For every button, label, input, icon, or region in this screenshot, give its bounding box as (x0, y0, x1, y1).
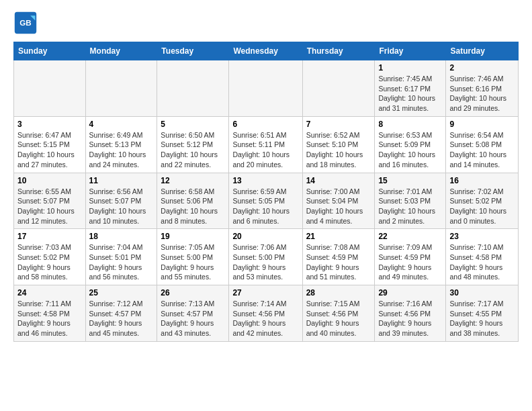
calendar-cell (302, 60, 375, 117)
calendar-cell: 5Sunrise: 6:50 AM Sunset: 5:12 PM Daylig… (157, 116, 229, 173)
weekday-header: Friday (375, 42, 446, 60)
day-number: 21 (306, 232, 371, 241)
day-number: 9 (449, 120, 515, 129)
weekday-header: Thursday (302, 42, 375, 60)
day-info: Sunrise: 7:02 AM Sunset: 5:02 PM Dayligh… (449, 187, 515, 226)
calendar-cell: 16Sunrise: 7:02 AM Sunset: 5:02 PM Dayli… (446, 173, 519, 229)
calendar-cell: 14Sunrise: 7:00 AM Sunset: 5:04 PM Dayli… (302, 173, 375, 229)
day-number: 25 (89, 288, 154, 298)
day-number: 30 (449, 288, 515, 298)
calendar-table: SundayMondayTuesdayWednesdayThursdayFrid… (13, 42, 519, 342)
day-info: Sunrise: 6:51 AM Sunset: 5:11 PM Dayligh… (232, 130, 298, 170)
calendar-cell: 21Sunrise: 7:08 AM Sunset: 4:59 PM Dayli… (302, 229, 375, 285)
calendar-cell: 19Sunrise: 7:05 AM Sunset: 5:00 PM Dayli… (157, 229, 229, 285)
calendar-cell: 10Sunrise: 6:55 AM Sunset: 5:07 PM Dayli… (14, 173, 86, 229)
calendar-header-row: SundayMondayTuesdayWednesdayThursdayFrid… (14, 42, 519, 60)
day-info: Sunrise: 7:10 AM Sunset: 4:58 PM Dayligh… (449, 242, 515, 282)
calendar-cell: 27Sunrise: 7:14 AM Sunset: 4:56 PM Dayli… (229, 285, 302, 342)
calendar-cell: 8Sunrise: 6:53 AM Sunset: 5:09 PM Daylig… (375, 116, 446, 173)
day-info: Sunrise: 6:52 AM Sunset: 5:10 PM Dayligh… (306, 130, 371, 170)
day-number: 4 (89, 120, 154, 129)
day-info: Sunrise: 7:17 AM Sunset: 4:55 PM Dayligh… (449, 299, 515, 338)
day-number: 16 (449, 176, 515, 185)
calendar-cell: 20Sunrise: 7:06 AM Sunset: 5:00 PM Dayli… (229, 229, 302, 285)
calendar-cell (14, 60, 86, 117)
calendar-cell: 2Sunrise: 7:46 AM Sunset: 6:16 PM Daylig… (446, 60, 519, 117)
day-info: Sunrise: 6:47 AM Sunset: 5:15 PM Dayligh… (17, 130, 82, 170)
day-number: 7 (306, 120, 371, 129)
day-info: Sunrise: 6:54 AM Sunset: 5:08 PM Dayligh… (449, 130, 515, 170)
day-info: Sunrise: 7:11 AM Sunset: 4:58 PM Dayligh… (17, 299, 82, 338)
day-info: Sunrise: 6:53 AM Sunset: 5:09 PM Dayligh… (378, 130, 442, 170)
day-info: Sunrise: 6:56 AM Sunset: 5:07 PM Dayligh… (89, 187, 154, 226)
calendar-cell: 26Sunrise: 7:13 AM Sunset: 4:57 PM Dayli… (157, 285, 229, 342)
day-info: Sunrise: 7:46 AM Sunset: 6:16 PM Dayligh… (449, 74, 515, 113)
day-number: 15 (378, 176, 442, 185)
calendar-cell: 6Sunrise: 6:51 AM Sunset: 5:11 PM Daylig… (229, 116, 302, 173)
calendar-cell: 15Sunrise: 7:01 AM Sunset: 5:03 PM Dayli… (375, 173, 446, 229)
calendar-cell: 23Sunrise: 7:10 AM Sunset: 4:58 PM Dayli… (446, 229, 519, 285)
day-number: 3 (17, 120, 82, 129)
day-number: 8 (378, 120, 442, 129)
day-info: Sunrise: 6:58 AM Sunset: 5:06 PM Dayligh… (161, 187, 225, 226)
day-info: Sunrise: 7:09 AM Sunset: 4:59 PM Dayligh… (378, 242, 442, 282)
calendar-cell: 9Sunrise: 6:54 AM Sunset: 5:08 PM Daylig… (446, 116, 519, 173)
day-number: 1 (378, 63, 442, 73)
day-info: Sunrise: 6:55 AM Sunset: 5:07 PM Dayligh… (17, 187, 82, 226)
day-number: 20 (232, 232, 298, 241)
day-number: 18 (89, 232, 154, 241)
calendar-cell (229, 60, 302, 117)
calendar-cell: 4Sunrise: 6:49 AM Sunset: 5:13 PM Daylig… (85, 116, 157, 173)
day-info: Sunrise: 7:13 AM Sunset: 4:57 PM Dayligh… (161, 299, 225, 338)
calendar-cell (157, 60, 229, 117)
calendar-cell: 1Sunrise: 7:45 AM Sunset: 6:17 PM Daylig… (375, 60, 446, 117)
calendar-cell: 25Sunrise: 7:12 AM Sunset: 4:57 PM Dayli… (85, 285, 157, 342)
day-info: Sunrise: 7:16 AM Sunset: 4:56 PM Dayligh… (378, 299, 442, 338)
calendar-cell: 28Sunrise: 7:15 AM Sunset: 4:56 PM Dayli… (302, 285, 375, 342)
weekday-header: Sunday (14, 42, 86, 60)
day-info: Sunrise: 6:50 AM Sunset: 5:12 PM Dayligh… (161, 130, 225, 170)
calendar-cell: 13Sunrise: 6:59 AM Sunset: 5:05 PM Dayli… (229, 173, 302, 229)
day-number: 12 (161, 176, 225, 185)
calendar-cell: 22Sunrise: 7:09 AM Sunset: 4:59 PM Dayli… (375, 229, 446, 285)
calendar-week-row: 24Sunrise: 7:11 AM Sunset: 4:58 PM Dayli… (14, 285, 519, 342)
day-info: Sunrise: 7:08 AM Sunset: 4:59 PM Dayligh… (306, 242, 371, 282)
weekday-header: Saturday (446, 42, 519, 60)
calendar-cell: 17Sunrise: 7:03 AM Sunset: 5:02 PM Dayli… (14, 229, 86, 285)
day-number: 2 (449, 63, 515, 73)
calendar-cell: 30Sunrise: 7:17 AM Sunset: 4:55 PM Dayli… (446, 285, 519, 342)
calendar-week-row: 10Sunrise: 6:55 AM Sunset: 5:07 PM Dayli… (14, 173, 519, 229)
day-number: 23 (449, 232, 515, 241)
calendar-cell: 29Sunrise: 7:16 AM Sunset: 4:56 PM Dayli… (375, 285, 446, 342)
logo-icon: GB (13, 11, 38, 35)
calendar-cell: 7Sunrise: 6:52 AM Sunset: 5:10 PM Daylig… (302, 116, 375, 173)
logo: GB (13, 11, 40, 35)
day-number: 10 (17, 176, 82, 185)
day-info: Sunrise: 7:04 AM Sunset: 5:01 PM Dayligh… (89, 242, 154, 282)
day-number: 14 (306, 176, 371, 185)
day-info: Sunrise: 6:49 AM Sunset: 5:13 PM Dayligh… (89, 130, 154, 170)
calendar-week-row: 3Sunrise: 6:47 AM Sunset: 5:15 PM Daylig… (14, 116, 519, 173)
calendar-cell (85, 60, 157, 117)
day-number: 22 (378, 232, 442, 241)
weekday-header: Monday (85, 42, 157, 60)
calendar-week-row: 17Sunrise: 7:03 AM Sunset: 5:02 PM Dayli… (14, 229, 519, 285)
day-number: 5 (161, 120, 225, 129)
day-number: 19 (161, 232, 225, 241)
calendar-week-row: 1Sunrise: 7:45 AM Sunset: 6:17 PM Daylig… (14, 60, 519, 117)
svg-text:GB: GB (19, 18, 32, 27)
header: GB (13, 11, 519, 35)
day-info: Sunrise: 7:15 AM Sunset: 4:56 PM Dayligh… (306, 299, 371, 338)
day-number: 13 (232, 176, 298, 185)
day-info: Sunrise: 6:59 AM Sunset: 5:05 PM Dayligh… (232, 187, 298, 226)
weekday-header: Tuesday (157, 42, 229, 60)
page: GB SundayMondayTuesdayWednesdayThursdayF… (0, 0, 532, 353)
calendar-cell: 3Sunrise: 6:47 AM Sunset: 5:15 PM Daylig… (14, 116, 86, 173)
day-info: Sunrise: 7:12 AM Sunset: 4:57 PM Dayligh… (89, 299, 154, 338)
day-number: 6 (232, 120, 298, 129)
day-info: Sunrise: 7:14 AM Sunset: 4:56 PM Dayligh… (232, 299, 298, 338)
calendar-cell: 18Sunrise: 7:04 AM Sunset: 5:01 PM Dayli… (85, 229, 157, 285)
day-number: 17 (17, 232, 82, 241)
calendar-cell: 24Sunrise: 7:11 AM Sunset: 4:58 PM Dayli… (14, 285, 86, 342)
day-number: 26 (161, 288, 225, 298)
